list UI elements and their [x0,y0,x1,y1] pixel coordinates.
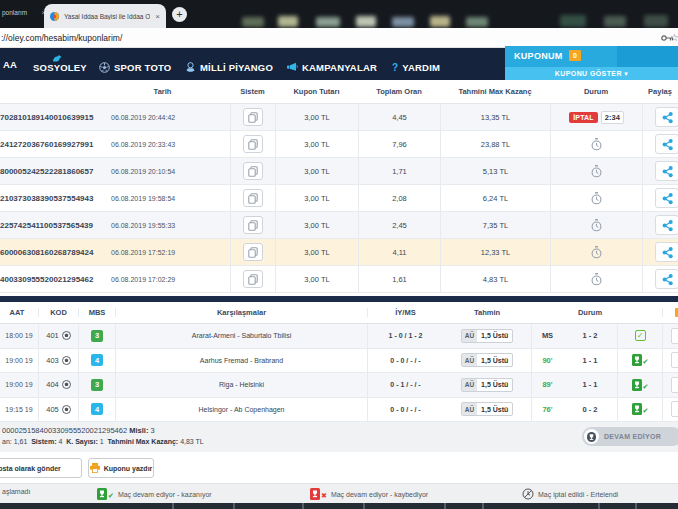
share-icon [661,192,674,205]
match-time: 19 19:00 [0,373,38,397]
share-icon [661,273,674,286]
coupon-odds: 4,45 [358,104,440,130]
new-tab-button[interactable]: + [172,7,187,22]
system-copy-button[interactable] [243,243,263,261]
bookmark-star-icon[interactable]: ☆ [670,32,678,43]
share-icon [661,138,674,151]
coupon-date: 06.08.2019 20:33:43 [95,131,230,157]
prediction-chip: AÜ1,5 Üstü [461,402,514,416]
system-copy-button[interactable] [243,216,263,234]
matches-table-header: AAT KOD MBS Karşılaşmalar İY/MS Tahmin D… [0,302,678,324]
browser-tab-active[interactable]: Yasal İddaa Bayisi ile İddaa Oyna × [44,4,166,28]
match-iyms: 1 - 0 / 1 - 2 [367,324,443,348]
coupon-id: 225742541100537565439 [0,212,95,238]
coupon-odds: 2,45 [358,212,440,238]
detail-button[interactable] [671,328,678,344]
nav-item-yardim[interactable]: ? YARDIM [392,53,440,81]
mbs-badge: 3 [91,330,103,342]
coupon-stake: 3,00 TL [275,185,358,211]
system-copy-button[interactable] [243,135,263,153]
sistem-label: Sistem: [31,438,56,445]
tab-close-icon[interactable]: × [155,12,160,21]
share-button[interactable] [655,134,678,154]
soccer-ball-icon [62,331,71,340]
kuponum-label[interactable]: KUPONUM [514,51,563,61]
browser-tab-background[interactable]: ponlarım × [2,8,46,17]
system-copy-button[interactable] [243,270,263,288]
nav-item-milli-piyango[interactable]: MİLLİ PİYANGO [185,53,273,81]
share-button[interactable] [655,269,678,289]
blur-block [430,16,450,27]
system-copy-button[interactable] [243,162,263,180]
detail-button[interactable] [671,352,678,368]
kuponu-goster-button[interactable]: KUPONU GÖSTER ▾ [505,67,678,80]
share-icon [661,219,674,232]
coupon-date: 06.08.2019 20:44:42 [95,104,230,130]
coupon-id: 400330955520021295462 [0,266,95,292]
share-button[interactable] [655,188,678,208]
mbs-badge: 4 [91,403,103,415]
col-kod: KOD [38,308,78,317]
coupon-row[interactable]: 800005242522281860657 06.08.2019 20:10:5… [0,158,678,185]
coupon-row[interactable]: 225742541100537565439 06.08.2019 19:55:3… [0,212,678,239]
kupon-no: 000025158400330955520021295462 [2,426,127,435]
share-button[interactable] [655,161,678,181]
copy-icon [248,112,258,123]
prediction-chip: AÜ1,5 Üstü [461,329,514,343]
coupon-stake: 3,00 TL [275,104,358,130]
coupon-id: 800005242522281860657 [0,158,95,184]
prediction-chip: AÜ1,5 Üstü [461,378,514,392]
match-minute: MS [531,324,563,348]
ksayisi-value: 1 [100,438,104,445]
kuponum-panel-dark [617,46,678,67]
coupon-id: 600006308160268789424 [0,239,95,265]
share-button[interactable] [655,215,678,235]
share-button[interactable] [655,242,678,262]
legend-not-started: aşlamadı [2,488,30,495]
coupon-date: 06.08.2019 17:52:19 [95,239,230,265]
system-copy-button[interactable] [243,189,263,207]
blur-block [604,16,626,27]
match-row: 19 19:15 405 4 Helsingor - Ab Copenhagen… [0,398,678,423]
trophy-circle-icon [584,429,599,444]
browser-urlbar[interactable]: ://oley.com/hesabim/kuponlarim/ [0,28,678,48]
match-score: 1 - 1 [563,373,617,397]
detail-button[interactable] [671,401,678,417]
url-text[interactable]: ://oley.com/hesabim/kuponlarim/ [1,33,122,43]
blur-block [644,15,668,27]
live-winning-icon: ✔ [632,379,649,391]
nav-item-spor-toto[interactable]: SPOR TOTO [99,53,171,81]
status-iptal-badge: İPTAL [569,112,598,123]
copy-icon [248,193,258,204]
blur-block [466,17,488,27]
coupon-row[interactable]: 400330955520021295462 06.08.2019 17:02:2… [0,266,678,293]
nav-item-sosyoley[interactable]: SOSYOLEY [33,53,87,81]
oran-label: an: [2,438,12,445]
nav-item-iddaa[interactable]: AA [3,50,17,78]
copy-icon [248,274,258,285]
nav-item-kampanyalar[interactable]: KAMPANYALAR [286,53,377,81]
actions-row: nu e-posta olarak gönder Kuponu yazdır [0,452,678,483]
coupon-row-selected[interactable]: 600006308160268789424 06.08.2019 17:52:1… [0,239,678,266]
coupon-row[interactable]: 241272036760169927991 06.08.2019 20:33:4… [0,131,678,158]
share-icon [661,111,674,124]
match-score: 1 - 1 [563,349,617,373]
blur-block [560,15,586,27]
coupon-stake: 3,00 TL [275,131,358,157]
megaphone-icon [286,62,298,72]
detail-button[interactable] [671,377,678,393]
share-button[interactable] [655,107,678,127]
system-copy-button[interactable] [243,108,263,126]
col-sistem: Sistem [230,87,275,96]
blur-block [316,17,340,27]
live-losing-icon: ✖ [310,488,327,500]
match-iyms: 0 - 0 / - / - [367,398,443,422]
print-coupon-button[interactable]: Kuponu yazdır [88,458,154,478]
coupon-row[interactable]: 210373038390537554943 06.08.2019 19:58:5… [0,185,678,212]
coupon-row[interactable]: 702810189140010639915 06.08.2019 20:44:4… [0,104,678,131]
match-time: 19 19:15 [0,398,38,422]
legend-live-winning: ✔ Maç devam ediyor - kazanıyor [97,488,212,500]
tab-title: ponlarım [2,9,27,16]
send-email-button[interactable]: nu e-posta olarak gönder [0,458,82,478]
match-name: Ararat-Armeni - Saburtalo Tbilisi [115,324,367,348]
